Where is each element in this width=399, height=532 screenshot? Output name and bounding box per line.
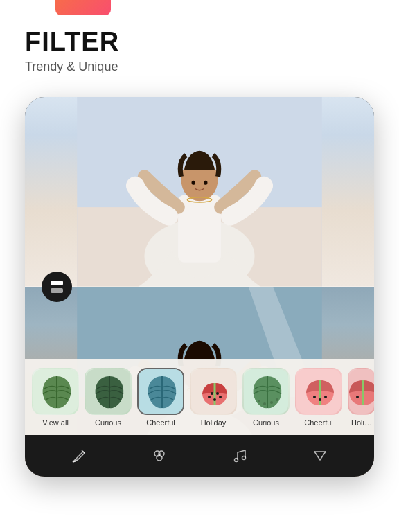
divider	[25, 286, 374, 287]
page-subtitle: Trendy & Unique	[25, 60, 119, 74]
filter-cheerful[interactable]: Cheerful	[137, 368, 184, 427]
svg-rect-8	[51, 281, 63, 285]
toggle-button[interactable]	[42, 272, 72, 302]
color-tool-button[interactable]	[145, 442, 173, 470]
svg-point-41	[235, 459, 238, 462]
edit-tool-button[interactable]	[65, 442, 93, 470]
filter-cheerful2-label: Cheerful	[304, 418, 333, 427]
accent-bar	[55, 0, 111, 15]
svg-point-42	[242, 456, 246, 460]
svg-rect-3	[178, 195, 221, 262]
toggle-icon	[49, 279, 64, 294]
filter-holiday-label: Holiday	[201, 418, 227, 427]
svg-point-28	[258, 400, 260, 402]
svg-point-33	[313, 396, 316, 398]
woman-figure-top	[25, 97, 374, 287]
svg-point-35	[324, 396, 327, 398]
filter-curious2[interactable]: Curious	[242, 368, 290, 427]
svg-point-25	[211, 392, 213, 395]
filter-curious2-label: Curious	[253, 418, 279, 427]
filter-curious1-label: Curious	[95, 418, 121, 427]
svg-point-31	[276, 398, 278, 401]
filter-holi-label: Holi…	[351, 418, 372, 427]
filter-holi[interactable]: Holi…	[348, 368, 374, 427]
svg-point-22	[208, 396, 211, 398]
header: FILTER Trendy & Unique	[25, 28, 119, 74]
filter-holiday[interactable]: Holiday	[190, 368, 237, 427]
svg-point-34	[319, 398, 321, 401]
bottom-toolbar	[25, 435, 374, 477]
music-tool-button[interactable]	[226, 442, 254, 470]
svg-point-37	[356, 396, 359, 398]
filter-cheerful-label: Cheerful	[146, 418, 175, 427]
filter-viewall[interactable]: View all	[32, 368, 79, 427]
svg-point-23	[213, 398, 216, 401]
page-title: FILTER	[25, 28, 119, 57]
filter-curious1[interactable]: Curious	[85, 368, 132, 427]
svg-point-6	[192, 181, 195, 185]
svg-point-26	[216, 392, 219, 395]
svg-point-24	[219, 396, 222, 398]
filter-strip: View all Curious	[25, 359, 374, 435]
filter-cheerful2[interactable]: Cheerful	[295, 368, 342, 427]
svg-rect-9	[51, 288, 63, 293]
svg-point-7	[204, 181, 207, 185]
timer-tool-button[interactable]	[306, 442, 334, 470]
filter-viewall-label: View all	[42, 418, 69, 427]
svg-point-30	[270, 401, 273, 404]
phone-card: View all Curious	[25, 97, 374, 477]
svg-point-29	[263, 402, 266, 405]
original-image	[25, 97, 374, 287]
